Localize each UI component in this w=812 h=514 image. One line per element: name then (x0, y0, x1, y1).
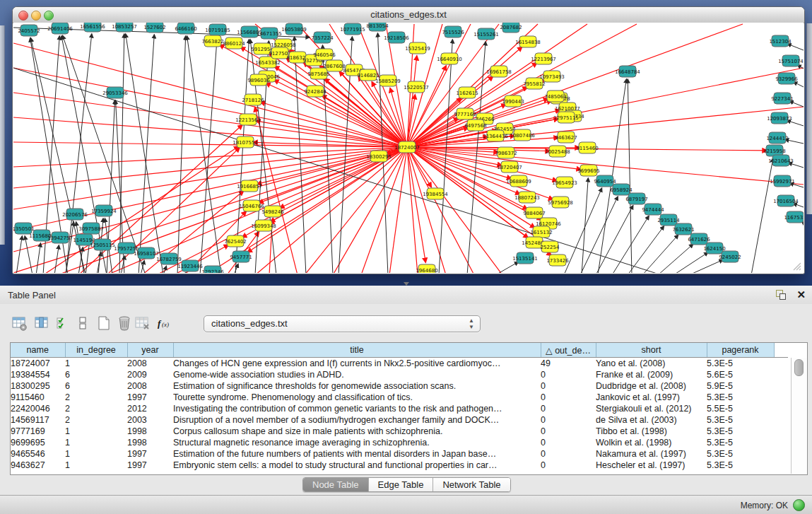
graph-node[interactable]: 1167533 (784, 211, 804, 223)
graph-node[interactable]: 16154838 (515, 36, 541, 47)
table-row[interactable]: 911546021997Tourette syndrome. Phenomeno… (11, 392, 788, 403)
graph-node[interactable]: 10853257 (112, 23, 137, 32)
column-header[interactable]: short (596, 343, 707, 358)
graph-node[interactable]: 17016504 (773, 195, 799, 206)
graph-node[interactable]: 7663822 (201, 35, 223, 47)
table-settings-icon[interactable] (11, 314, 29, 332)
graph-node[interactable]: 15325419 (405, 42, 430, 54)
graph-node[interactable]: 1527602 (143, 23, 165, 33)
graph-node[interactable]: 1292346 (201, 266, 224, 273)
graph-node[interactable]: 10688609 (506, 175, 531, 187)
graph-node[interactable]: 252254 (541, 241, 560, 252)
graph-node[interactable]: 6879197 (625, 193, 647, 204)
graph-node[interactable]: 2087682 (500, 23, 522, 33)
network-view-window[interactable]: citations_edges.txt 18724007240557220691… (12, 6, 805, 274)
graph-node[interactable]: 2718126 (242, 94, 264, 105)
table-selector-dropdown[interactable]: citations_edges.txt ▲▼ (204, 315, 481, 332)
function-builder-icon[interactable]: f(x) (155, 314, 174, 332)
graph-node[interactable]: 5498246 (261, 206, 284, 217)
graph-node[interactable]: 12093873 (767, 112, 792, 124)
graph-node[interactable]: 18107554 (233, 136, 258, 148)
column-header[interactable]: year (127, 343, 173, 358)
graph-node[interactable]: 6466160 (175, 23, 196, 34)
graph-node[interactable]: 7632621 (672, 223, 694, 235)
graph-node[interactable]: 20206576 (62, 209, 88, 220)
tab-network-table[interactable]: Network Table (433, 478, 510, 491)
graph-node[interactable]: 15992971 (770, 175, 795, 187)
table-row[interactable]: 969969511998Structural magnetic resonanc… (11, 437, 788, 448)
graph-node[interactable]: 8860124 (223, 37, 245, 49)
graph-node[interactable]: 2405572 (18, 25, 40, 36)
graph-node[interactable]: 59756928 (548, 197, 573, 208)
graph-node[interactable]: 5875685 (307, 68, 329, 79)
table-row[interactable]: 977716911998Corpus callosum shape and si… (11, 426, 788, 437)
graph-node[interactable]: 7485063 (544, 90, 566, 102)
graph-node[interactable]: 16053809 (281, 23, 307, 35)
graph-node[interactable]: 8813054 (366, 23, 389, 31)
graph-node[interactable]: 16961758 (486, 66, 512, 77)
graph-node[interactable]: 9227341 (771, 93, 793, 104)
table-row[interactable]: 1872400712008Changes of HCN gene express… (11, 358, 788, 370)
graph-node[interactable]: 7625402 (224, 235, 246, 247)
graph-node[interactable]: 12213967 (531, 53, 556, 64)
tab-edge-table[interactable]: Edge Table (369, 478, 434, 491)
graph-node[interactable]: 1615132 (530, 226, 552, 238)
graph-node[interactable]: 15155261 (473, 28, 499, 40)
table-row[interactable]: 2242004622012Investigating the contribut… (11, 403, 788, 414)
graph-node[interactable]: 9460546 (313, 49, 336, 60)
graph-node[interactable]: 30975887 (78, 223, 104, 234)
graph-node[interactable]: 1733426 (546, 255, 569, 266)
window-resize-grip[interactable] (790, 259, 801, 271)
network-window-titlebar[interactable]: citations_edges.txt (13, 7, 804, 23)
column-header[interactable]: title (173, 343, 541, 358)
graph-node[interactable]: 9245022 (719, 251, 741, 262)
column-header[interactable]: △ out_de… (541, 343, 596, 358)
float-window-icon[interactable] (776, 290, 787, 300)
graph-node[interactable]: 9329966 (775, 73, 798, 84)
column-header[interactable]: in_degree (65, 343, 127, 358)
graph-node[interactable]: 6497568 (464, 119, 486, 131)
graph-node[interactable]: 9474444 (642, 204, 664, 215)
table-row[interactable]: 1938455462009Genome-wide association stu… (11, 369, 788, 380)
new-table-icon[interactable] (95, 314, 113, 332)
graph-node[interactable]: 1162615 (456, 87, 478, 98)
select-rows-icon[interactable] (54, 314, 73, 332)
graph-node[interactable]: 9777169 (454, 108, 476, 119)
tab-node-table[interactable]: Node Table (303, 478, 369, 491)
graph-node[interactable]: 18720407 (497, 161, 522, 173)
graph-node[interactable]: 1244413 (766, 132, 788, 144)
table-row[interactable]: 1456911722003Disruption of a novel membe… (11, 414, 788, 426)
graph-node[interactable]: 16648784 (615, 66, 640, 77)
delete-table-icon[interactable] (134, 314, 152, 332)
graph-node[interactable]: 9463627 (555, 132, 577, 143)
network-canvas[interactable]: 1872400724055722069140616561556108532571… (13, 23, 804, 273)
graph-node[interactable]: 9242844 (304, 86, 326, 97)
graph-node[interactable]: 15751074 (778, 55, 804, 66)
table-scrollbar[interactable] (791, 358, 807, 474)
graph-node[interactable]: 19654923 (552, 177, 577, 188)
graph-node[interactable]: 9457771 (230, 251, 252, 262)
graph-node[interactable]: 1964680 (416, 264, 437, 273)
row-view-icon[interactable] (73, 314, 92, 332)
graph-node[interactable]: 29053346 (102, 87, 128, 98)
delete-entries-icon[interactable] (115, 314, 134, 332)
graph-node[interactable]: 9896036 (247, 74, 270, 86)
graph-node[interactable]: 7357224 (311, 32, 334, 43)
graph-node[interactable]: 1512304 (769, 35, 792, 47)
graph-node[interactable]: 9115460 (576, 142, 598, 153)
graph-node[interactable]: 20691406 (47, 23, 73, 34)
close-icon[interactable]: ✕ (796, 288, 806, 301)
table-row[interactable]: 946554611997Estimation of the future num… (11, 448, 788, 460)
graph-node[interactable]: 7515526 (442, 26, 464, 37)
column-edit-icon[interactable] (33, 314, 52, 332)
graph-node[interactable]: 1990443 (502, 95, 524, 107)
graph-node[interactable]: 9699695 (577, 165, 599, 176)
column-header[interactable]: pagerank (707, 343, 774, 358)
column-header[interactable]: name (11, 343, 65, 358)
table-row[interactable]: 1830029562008Estimation of significance … (11, 380, 788, 392)
graph-node[interactable]: 9884067 (523, 207, 545, 218)
graph-node[interactable]: 16640910 (437, 53, 462, 64)
table-row[interactable]: 946362711997Embryonic stem cells: a mode… (11, 460, 788, 471)
graph-node[interactable]: 15135141 (512, 252, 538, 264)
graph-node[interactable]: 7986372 (495, 147, 517, 158)
